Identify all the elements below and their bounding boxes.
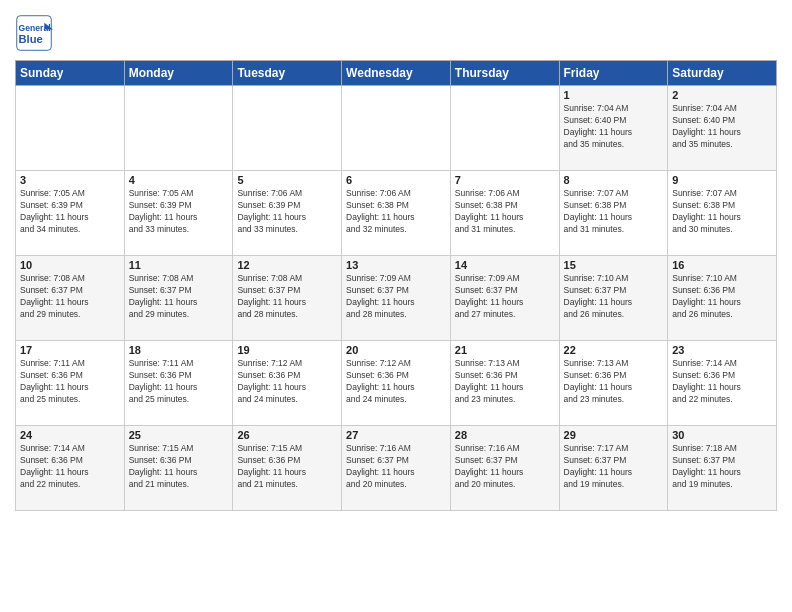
calendar-day-cell: 12Sunrise: 7:08 AM Sunset: 6:37 PM Dayli… <box>233 256 342 341</box>
calendar-day-cell: 29Sunrise: 7:17 AM Sunset: 6:37 PM Dayli… <box>559 426 668 511</box>
day-number: 30 <box>672 429 772 441</box>
day-info: Sunrise: 7:16 AM Sunset: 6:37 PM Dayligh… <box>346 443 446 491</box>
day-number: 10 <box>20 259 120 271</box>
calendar-body: 1Sunrise: 7:04 AM Sunset: 6:40 PM Daylig… <box>16 86 777 511</box>
day-number: 7 <box>455 174 555 186</box>
day-number: 28 <box>455 429 555 441</box>
calendar-day-cell: 21Sunrise: 7:13 AM Sunset: 6:36 PM Dayli… <box>450 341 559 426</box>
weekday-cell: Wednesday <box>342 61 451 86</box>
calendar-day-cell: 11Sunrise: 7:08 AM Sunset: 6:37 PM Dayli… <box>124 256 233 341</box>
day-info: Sunrise: 7:04 AM Sunset: 6:40 PM Dayligh… <box>672 103 772 151</box>
day-info: Sunrise: 7:06 AM Sunset: 6:38 PM Dayligh… <box>346 188 446 236</box>
day-number: 13 <box>346 259 446 271</box>
calendar-day-cell: 8Sunrise: 7:07 AM Sunset: 6:38 PM Daylig… <box>559 171 668 256</box>
day-info: Sunrise: 7:13 AM Sunset: 6:36 PM Dayligh… <box>564 358 664 406</box>
day-info: Sunrise: 7:12 AM Sunset: 6:36 PM Dayligh… <box>346 358 446 406</box>
day-info: Sunrise: 7:09 AM Sunset: 6:37 PM Dayligh… <box>455 273 555 321</box>
page: General Blue SundayMondayTuesdayWednesda… <box>0 0 792 612</box>
day-info: Sunrise: 7:14 AM Sunset: 6:36 PM Dayligh… <box>672 358 772 406</box>
day-number: 2 <box>672 89 772 101</box>
weekday-cell: Thursday <box>450 61 559 86</box>
day-info: Sunrise: 7:11 AM Sunset: 6:36 PM Dayligh… <box>129 358 229 406</box>
calendar-day-cell: 17Sunrise: 7:11 AM Sunset: 6:36 PM Dayli… <box>16 341 125 426</box>
svg-text:Blue: Blue <box>18 33 42 45</box>
day-number: 21 <box>455 344 555 356</box>
day-number: 15 <box>564 259 664 271</box>
day-number: 5 <box>237 174 337 186</box>
day-info: Sunrise: 7:10 AM Sunset: 6:36 PM Dayligh… <box>672 273 772 321</box>
calendar-day-cell: 28Sunrise: 7:16 AM Sunset: 6:37 PM Dayli… <box>450 426 559 511</box>
calendar-day-cell: 26Sunrise: 7:15 AM Sunset: 6:36 PM Dayli… <box>233 426 342 511</box>
day-info: Sunrise: 7:04 AM Sunset: 6:40 PM Dayligh… <box>564 103 664 151</box>
calendar-week-row: 17Sunrise: 7:11 AM Sunset: 6:36 PM Dayli… <box>16 341 777 426</box>
day-number: 14 <box>455 259 555 271</box>
day-number: 11 <box>129 259 229 271</box>
day-number: 29 <box>564 429 664 441</box>
day-info: Sunrise: 7:16 AM Sunset: 6:37 PM Dayligh… <box>455 443 555 491</box>
day-number: 3 <box>20 174 120 186</box>
day-number: 16 <box>672 259 772 271</box>
day-number: 27 <box>346 429 446 441</box>
day-info: Sunrise: 7:10 AM Sunset: 6:37 PM Dayligh… <box>564 273 664 321</box>
calendar-day-cell: 14Sunrise: 7:09 AM Sunset: 6:37 PM Dayli… <box>450 256 559 341</box>
calendar-day-cell: 25Sunrise: 7:15 AM Sunset: 6:36 PM Dayli… <box>124 426 233 511</box>
calendar-week-row: 3Sunrise: 7:05 AM Sunset: 6:39 PM Daylig… <box>16 171 777 256</box>
calendar-day-cell <box>450 86 559 171</box>
calendar-day-cell: 10Sunrise: 7:08 AM Sunset: 6:37 PM Dayli… <box>16 256 125 341</box>
day-info: Sunrise: 7:18 AM Sunset: 6:37 PM Dayligh… <box>672 443 772 491</box>
day-info: Sunrise: 7:15 AM Sunset: 6:36 PM Dayligh… <box>129 443 229 491</box>
day-info: Sunrise: 7:06 AM Sunset: 6:38 PM Dayligh… <box>455 188 555 236</box>
day-number: 23 <box>672 344 772 356</box>
calendar-day-cell: 23Sunrise: 7:14 AM Sunset: 6:36 PM Dayli… <box>668 341 777 426</box>
calendar-day-cell: 24Sunrise: 7:14 AM Sunset: 6:36 PM Dayli… <box>16 426 125 511</box>
calendar-day-cell: 1Sunrise: 7:04 AM Sunset: 6:40 PM Daylig… <box>559 86 668 171</box>
day-info: Sunrise: 7:12 AM Sunset: 6:36 PM Dayligh… <box>237 358 337 406</box>
calendar-week-row: 24Sunrise: 7:14 AM Sunset: 6:36 PM Dayli… <box>16 426 777 511</box>
day-number: 26 <box>237 429 337 441</box>
header: General Blue <box>15 10 777 52</box>
calendar-day-cell <box>233 86 342 171</box>
day-info: Sunrise: 7:05 AM Sunset: 6:39 PM Dayligh… <box>129 188 229 236</box>
day-number: 22 <box>564 344 664 356</box>
calendar-day-cell: 3Sunrise: 7:05 AM Sunset: 6:39 PM Daylig… <box>16 171 125 256</box>
calendar: SundayMondayTuesdayWednesdayThursdayFrid… <box>15 60 777 511</box>
day-info: Sunrise: 7:08 AM Sunset: 6:37 PM Dayligh… <box>129 273 229 321</box>
calendar-day-cell: 19Sunrise: 7:12 AM Sunset: 6:36 PM Dayli… <box>233 341 342 426</box>
day-info: Sunrise: 7:05 AM Sunset: 6:39 PM Dayligh… <box>20 188 120 236</box>
weekday-cell: Sunday <box>16 61 125 86</box>
day-number: 12 <box>237 259 337 271</box>
weekday-header-row: SundayMondayTuesdayWednesdayThursdayFrid… <box>16 61 777 86</box>
weekday-cell: Saturday <box>668 61 777 86</box>
calendar-day-cell: 9Sunrise: 7:07 AM Sunset: 6:38 PM Daylig… <box>668 171 777 256</box>
day-number: 1 <box>564 89 664 101</box>
day-number: 17 <box>20 344 120 356</box>
calendar-day-cell: 27Sunrise: 7:16 AM Sunset: 6:37 PM Dayli… <box>342 426 451 511</box>
calendar-day-cell <box>342 86 451 171</box>
day-number: 20 <box>346 344 446 356</box>
calendar-day-cell: 2Sunrise: 7:04 AM Sunset: 6:40 PM Daylig… <box>668 86 777 171</box>
day-number: 6 <box>346 174 446 186</box>
day-info: Sunrise: 7:09 AM Sunset: 6:37 PM Dayligh… <box>346 273 446 321</box>
day-info: Sunrise: 7:17 AM Sunset: 6:37 PM Dayligh… <box>564 443 664 491</box>
calendar-day-cell: 22Sunrise: 7:13 AM Sunset: 6:36 PM Dayli… <box>559 341 668 426</box>
calendar-day-cell: 13Sunrise: 7:09 AM Sunset: 6:37 PM Dayli… <box>342 256 451 341</box>
day-info: Sunrise: 7:11 AM Sunset: 6:36 PM Dayligh… <box>20 358 120 406</box>
day-number: 25 <box>129 429 229 441</box>
calendar-day-cell: 30Sunrise: 7:18 AM Sunset: 6:37 PM Dayli… <box>668 426 777 511</box>
day-info: Sunrise: 7:15 AM Sunset: 6:36 PM Dayligh… <box>237 443 337 491</box>
day-info: Sunrise: 7:06 AM Sunset: 6:39 PM Dayligh… <box>237 188 337 236</box>
calendar-day-cell: 7Sunrise: 7:06 AM Sunset: 6:38 PM Daylig… <box>450 171 559 256</box>
day-info: Sunrise: 7:07 AM Sunset: 6:38 PM Dayligh… <box>672 188 772 236</box>
calendar-day-cell: 6Sunrise: 7:06 AM Sunset: 6:38 PM Daylig… <box>342 171 451 256</box>
calendar-day-cell: 15Sunrise: 7:10 AM Sunset: 6:37 PM Dayli… <box>559 256 668 341</box>
day-info: Sunrise: 7:07 AM Sunset: 6:38 PM Dayligh… <box>564 188 664 236</box>
weekday-cell: Friday <box>559 61 668 86</box>
calendar-day-cell <box>124 86 233 171</box>
day-number: 9 <box>672 174 772 186</box>
calendar-day-cell <box>16 86 125 171</box>
day-number: 19 <box>237 344 337 356</box>
weekday-cell: Tuesday <box>233 61 342 86</box>
day-number: 8 <box>564 174 664 186</box>
calendar-day-cell: 16Sunrise: 7:10 AM Sunset: 6:36 PM Dayli… <box>668 256 777 341</box>
calendar-day-cell: 20Sunrise: 7:12 AM Sunset: 6:36 PM Dayli… <box>342 341 451 426</box>
